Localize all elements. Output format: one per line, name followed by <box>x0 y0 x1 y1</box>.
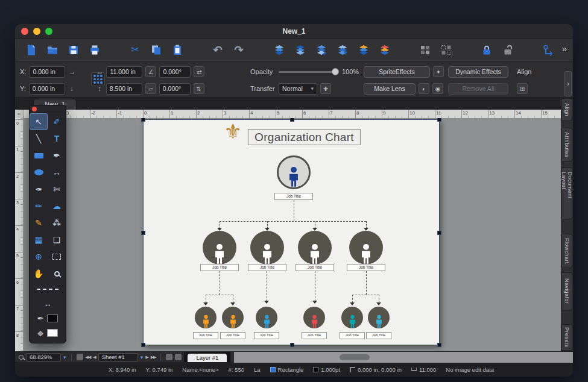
zoom-dropdown-button[interactable]: ▾ <box>63 354 66 360</box>
save-document-button[interactable] <box>65 41 83 59</box>
job-title-label[interactable]: Job Title <box>366 332 391 339</box>
undo-button[interactable]: ↶ <box>209 41 227 59</box>
dynamic-effects-button[interactable]: Dynamic Effects <box>448 66 508 78</box>
job-title-label[interactable]: Job Title <box>340 332 365 339</box>
stamp-tool[interactable]: ❏ <box>48 231 66 248</box>
ghost-tool[interactable]: ☁ <box>48 198 66 214</box>
selection-handle-s[interactable] <box>290 343 294 347</box>
lens-option-b-button[interactable]: ◉ <box>432 83 443 94</box>
paste-button[interactable] <box>168 41 186 59</box>
canvas-area[interactable]: 012345678 ⚜ Organization Chart <box>15 118 561 351</box>
job-title-label[interactable]: Job Title <box>248 264 286 271</box>
org-node-root[interactable] <box>277 155 311 189</box>
toolbar-overflow-button[interactable]: » <box>560 43 569 54</box>
flip-vertical-button[interactable]: ⇅ <box>194 83 204 94</box>
bring-to-front-button[interactable] <box>270 41 288 59</box>
horizontal-scrollbar[interactable] <box>234 352 573 363</box>
ungroup-button[interactable] <box>437 41 455 59</box>
align-options-button[interactable]: ⊞ <box>517 83 528 94</box>
send-to-back-button[interactable] <box>291 41 309 59</box>
stroke-color-swatch[interactable] <box>47 315 58 322</box>
last-sheet-button[interactable]: ▶▶ <box>151 355 156 360</box>
side-tab-document-layout[interactable]: Document Layout <box>561 168 572 219</box>
selection-handle-w[interactable] <box>141 231 145 235</box>
new-layer-icon[interactable] <box>175 354 182 360</box>
transfer-add-button[interactable]: ✚ <box>320 83 331 94</box>
selection-handle-se[interactable] <box>437 343 441 347</box>
bring-forward-button[interactable] <box>312 41 330 59</box>
opacity-slider[interactable] <box>279 67 339 76</box>
org-node-l3[interactable] <box>222 307 244 328</box>
selection-handle-sw[interactable] <box>141 343 145 347</box>
palette-close-button[interactable] <box>32 107 37 111</box>
ellipse-tool[interactable] <box>30 164 48 181</box>
minimize-window-button[interactable] <box>33 28 40 35</box>
skew-angle-field[interactable] <box>159 83 191 95</box>
job-title-label[interactable]: Job Title <box>254 332 279 339</box>
lens-option-a-button[interactable]: ◐ <box>419 83 429 94</box>
layer-tab[interactable]: Layer #1 <box>188 354 227 363</box>
image-tool[interactable]: ▦ <box>30 231 48 248</box>
drawing-page[interactable]: ⚜ Organization Chart <box>143 119 440 345</box>
selection-handle-nw[interactable] <box>141 118 145 122</box>
zoom-level-field[interactable]: 68.829% <box>26 353 61 362</box>
zoom-window-button[interactable] <box>45 28 52 35</box>
connector-tool-button[interactable] <box>539 41 557 59</box>
job-title-label[interactable]: Job Title <box>347 264 385 271</box>
org-node-l3[interactable] <box>341 307 363 328</box>
pencil-tool[interactable]: ✏ <box>30 198 48 214</box>
line-style-selector[interactable] <box>30 282 66 296</box>
sheet-dropdown-button[interactable]: ▾ <box>141 354 144 360</box>
side-tab-align[interactable]: Align <box>561 98 572 121</box>
flip-horizontal-button[interactable]: ⇄ <box>194 66 204 77</box>
airbrush-tool[interactable]: ⁂ <box>48 214 66 231</box>
text-tool[interactable]: T <box>48 130 66 147</box>
side-tab-attributes[interactable]: Attributes <box>561 128 572 161</box>
job-title-label[interactable]: Job Title <box>193 332 218 339</box>
org-node-l2[interactable] <box>250 231 284 265</box>
org-node-l2[interactable] <box>298 231 332 265</box>
side-tab-navigator[interactable]: Navigator <box>561 272 572 310</box>
job-title-label[interactable]: Job Title <box>200 264 239 271</box>
fill-color-control[interactable]: ◆ <box>30 325 66 340</box>
org-node-l2[interactable] <box>203 231 236 265</box>
org-node-l3[interactable] <box>195 307 217 328</box>
lock-button[interactable] <box>478 41 496 59</box>
print-button[interactable] <box>86 41 104 59</box>
stroke-color-control[interactable]: ✒ <box>30 311 66 325</box>
horizontal-scrollbar-thumb[interactable] <box>340 354 370 360</box>
width-field[interactable] <box>106 66 142 78</box>
org-node-l3[interactable] <box>256 307 277 328</box>
org-node-l3[interactable] <box>303 307 325 328</box>
job-title-label[interactable]: Job Title <box>220 332 245 339</box>
knife-tool[interactable]: ✄ <box>48 181 66 198</box>
org-node-l2[interactable] <box>349 231 383 265</box>
job-title-label[interactable]: Job Title <box>302 332 327 339</box>
org-chart-title[interactable]: Organization Chart <box>248 129 361 145</box>
first-sheet-button[interactable]: ◀◀ <box>86 355 91 360</box>
make-lens-button[interactable]: Make Lens <box>364 83 416 95</box>
zoom-tool[interactable] <box>48 265 66 282</box>
copy-button[interactable] <box>147 41 165 59</box>
send-backward-button[interactable] <box>334 41 352 59</box>
layers-icon[interactable] <box>166 354 172 360</box>
new-document-button[interactable] <box>22 41 40 59</box>
brush-tool[interactable]: ✐ <box>48 113 66 130</box>
panel-expand-button[interactable]: › <box>564 71 572 96</box>
side-tab-flowchart[interactable]: Flowchart <box>561 234 572 268</box>
cut-button[interactable]: ✂ <box>126 41 144 59</box>
close-window-button[interactable] <box>21 28 28 35</box>
side-tab-presets[interactable]: Presets <box>561 324 572 351</box>
pen-tool[interactable]: ✒ <box>48 147 66 164</box>
arrow-style-selector[interactable]: ↔ <box>30 296 66 311</box>
opacity-slider-thumb[interactable] <box>332 68 339 75</box>
open-document-button[interactable] <box>43 41 62 59</box>
move-to-layer-button[interactable] <box>355 41 373 59</box>
redo-button[interactable]: ↷ <box>230 41 248 59</box>
selection-handle-e[interactable] <box>437 231 441 235</box>
selection-handle-ne[interactable] <box>437 118 441 122</box>
dimension-tool[interactable]: ↔ <box>48 164 66 181</box>
marquee-tool[interactable] <box>48 248 66 265</box>
transfer-mode-select[interactable]: Normal ▾ <box>279 83 317 95</box>
line-tool[interactable]: ╲ <box>30 130 48 147</box>
